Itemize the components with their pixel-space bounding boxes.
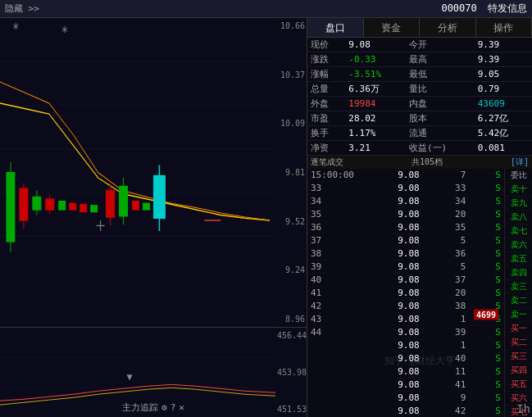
label-股本: 股本 xyxy=(406,111,475,126)
label-换手: 换手 xyxy=(307,126,345,141)
price-label-7: 8.96 xyxy=(277,315,305,324)
price-axis: 10.66 10.37 10.09 9.81 9.52 9.24 8.96 xyxy=(275,18,307,327)
svg-rect-26 xyxy=(107,191,115,218)
trade-list: 15:00:009.087S339.0833S349.0834S359.0820… xyxy=(307,169,504,417)
svg-rect-8 xyxy=(7,173,15,242)
section-bar: 逐笔成交 共105档 [详] xyxy=(307,156,532,169)
price-label-2: 10.37 xyxy=(277,70,305,79)
trade-section-extra: 共105档 xyxy=(412,156,443,168)
right-panel: 盘口 资金 分析 操作 现价 9.08 今开 9.39 涨跌 -0.33 最高 … xyxy=(307,18,532,417)
trade-row: 409.0837S xyxy=(307,274,504,287)
value-内盘: 43609 xyxy=(475,97,532,111)
trade-row: 9.0841S xyxy=(307,378,504,392)
trade-row: 9.0842S xyxy=(307,405,504,417)
value-今开: 9.39 xyxy=(475,38,532,52)
price-label-3: 10.09 xyxy=(277,119,305,128)
trade-row: 349.0834S xyxy=(307,195,504,208)
order-trade-layout: 15:00:009.087S339.0833S349.0834S359.0820… xyxy=(307,169,532,417)
price-label-5: 9.52 xyxy=(277,217,305,226)
order-买五: 买五 xyxy=(505,378,532,392)
value-换手: 1.17% xyxy=(345,126,406,141)
info-row-4: 总量 6.36万 量比 0.79 xyxy=(307,82,532,97)
order-买一: 买一 xyxy=(505,322,532,336)
value-量比: 0.79 xyxy=(475,82,532,97)
tabs: 盘口 资金 分析 操作 xyxy=(307,18,532,38)
order-卖四: 卖四 xyxy=(505,266,532,280)
trade-row: 15:00:009.087S xyxy=(307,169,504,182)
label-总量: 总量 xyxy=(307,82,345,97)
tab-盘口[interactable]: 盘口 xyxy=(307,18,364,37)
corner-text: Ih xyxy=(515,401,532,417)
price-label-6: 9.24 xyxy=(277,265,305,274)
info-row-3: 涨幅 -3.51% 最低 9.05 xyxy=(307,67,532,82)
label-内盘: 内盘 xyxy=(406,97,475,111)
label-流通: 流通 xyxy=(406,126,475,141)
hidden-button[interactable]: 隐藏 >> xyxy=(5,2,39,15)
trade-row: 359.0820S xyxy=(307,208,504,221)
trade-row: 9.0811S xyxy=(307,365,504,378)
order-卖三: 卖三 xyxy=(505,280,532,294)
label-净资: 净资 xyxy=(307,141,345,156)
trade-row: 419.0820S xyxy=(307,287,504,300)
price-label-1: 10.66 xyxy=(277,21,305,30)
trade-section-title: 逐笔成交 xyxy=(311,156,343,168)
svg-rect-29 xyxy=(120,186,128,215)
trade-row: 399.085S xyxy=(307,261,504,274)
info-row-1: 现价 9.08 今开 9.39 xyxy=(307,38,532,52)
settings-icon[interactable]: ⚙ xyxy=(161,402,167,413)
order-买三: 买三 xyxy=(505,350,532,364)
sub-label-2: 453.98 xyxy=(277,368,305,377)
label-涨跌: 涨跌 xyxy=(307,52,345,67)
label-量比: 量比 xyxy=(406,82,475,97)
trade-detail-link[interactable]: [详] xyxy=(511,156,529,168)
order-卖十: 卖十 xyxy=(505,183,532,197)
badge-4699: 4699 xyxy=(474,310,498,320)
label-现价: 现价 xyxy=(307,38,345,52)
price-label-4: 9.81 xyxy=(277,168,305,177)
sub-price-axis: 456.44 453.98 451.53 xyxy=(275,328,307,417)
svg-rect-14 xyxy=(33,197,41,210)
label-最高: 最高 xyxy=(406,52,475,67)
value-收益: 0.081 xyxy=(475,141,532,156)
svg-rect-32 xyxy=(133,202,139,210)
close-icon[interactable]: ✕ xyxy=(179,402,184,413)
top-header: 隐藏 >> 000070 特发信息 xyxy=(0,0,532,18)
svg-text:*: * xyxy=(61,24,68,41)
stock-info-table: 现价 9.08 今开 9.39 涨跌 -0.33 最高 9.39 涨幅 -3.5… xyxy=(307,38,532,156)
info-row-2: 涨跌 -0.33 最高 9.39 xyxy=(307,52,532,67)
order-买四: 买四 xyxy=(505,364,532,378)
tab-资金[interactable]: 资金 xyxy=(364,18,421,37)
svg-rect-21 xyxy=(70,203,76,210)
label-市盈: 市盈 xyxy=(307,111,345,126)
svg-rect-23 xyxy=(91,206,98,212)
order-卖六: 卖六 xyxy=(505,238,532,252)
value-外盘: 19984 xyxy=(345,97,406,111)
trade-row: 369.0835S xyxy=(307,221,504,234)
order-卖一: 卖一 4699 xyxy=(505,308,532,322)
trade-row: 389.0836S xyxy=(307,247,504,261)
svg-rect-20 xyxy=(59,202,66,210)
main-layout: 10.66 10.37 10.09 9.81 9.52 9.24 8.96 xyxy=(0,18,532,417)
value-净资: 3.21 xyxy=(345,141,406,156)
order-卖七: 卖七 xyxy=(505,224,532,238)
tab-操作[interactable]: 操作 xyxy=(476,18,533,37)
help-icon[interactable]: ? xyxy=(171,402,176,413)
svg-rect-11 xyxy=(20,188,28,220)
trade-row: 9.081S xyxy=(307,339,504,352)
value-市盈: 28.02 xyxy=(345,111,406,126)
sub-label-3: 451.53 xyxy=(277,405,305,414)
info-row-5: 外盘 19984 内盘 43609 xyxy=(307,97,532,111)
main-chart: 10.66 10.37 10.09 9.81 9.52 9.24 8.96 xyxy=(0,18,307,327)
tab-分析[interactable]: 分析 xyxy=(420,18,476,37)
trade-row: 379.085S xyxy=(307,234,504,247)
trade-rows-container: 15:00:009.087S339.0833S349.0834S359.0820… xyxy=(307,169,504,417)
main-chart-label: 主力追踪 xyxy=(122,401,158,414)
left-panel: 10.66 10.37 10.09 9.81 9.52 9.24 8.96 xyxy=(0,18,307,417)
info-row-8: 净资 3.21 收益(一) 0.081 xyxy=(307,141,532,156)
right-order-labels: 委比 卖十 卖九 卖八 卖七 卖六 卖五 卖四 卖三 卖二 卖一 4699 买一… xyxy=(504,169,532,417)
info-row-6: 市盈 28.02 股本 6.27亿 xyxy=(307,111,532,126)
candles-area: * * xyxy=(0,18,275,327)
value-现价: 9.08 xyxy=(345,38,406,52)
value-最高: 9.39 xyxy=(475,52,532,67)
info-row-7: 换手 1.17% 流通 5.42亿 xyxy=(307,126,532,141)
